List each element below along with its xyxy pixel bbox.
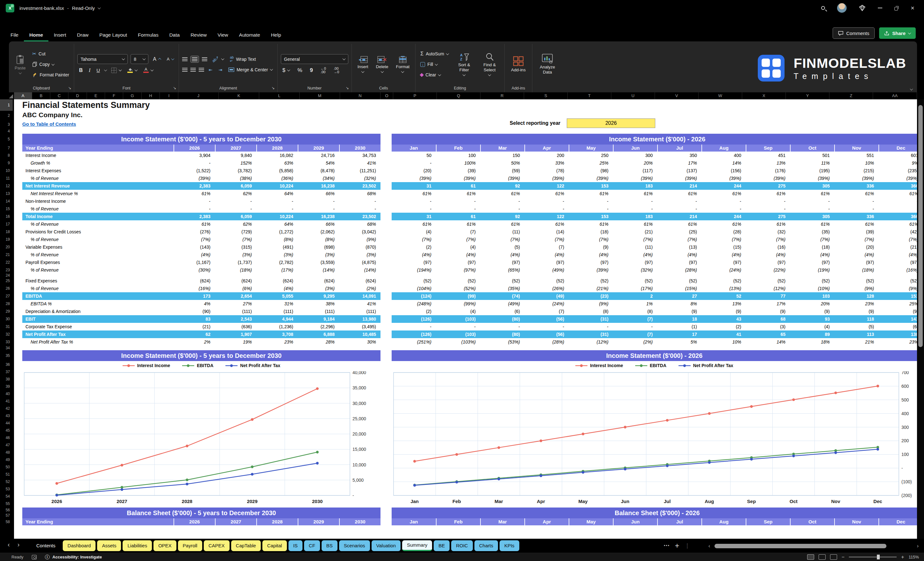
cell[interactable]: 173 [174,292,215,300]
row-header-33[interactable]: 33 [0,338,13,346]
cell[interactable]: (636) [215,323,256,330]
font-dialog-launcher-icon[interactable]: ↘ [173,86,176,90]
cell[interactable]: Aug [702,518,746,525]
cell[interactable]: - [657,205,702,213]
row-header-2[interactable]: 2 [0,111,13,120]
cell[interactable]: 27% [215,300,256,308]
row-label[interactable]: % of Revenue [22,220,174,228]
cell[interactable]: 41% [339,159,381,167]
cell[interactable]: - [215,205,256,213]
row-label[interactable]: Net Profit After Tax % [22,338,174,346]
cell[interactable]: (251%) [392,338,436,346]
cell[interactable]: (35) [790,228,834,236]
cell[interactable]: - [436,205,480,213]
cell[interactable]: 14% [746,338,790,346]
column-header-V[interactable]: V [655,92,699,99]
cell[interactable]: 100% [436,159,480,167]
horizontal-scrollbar[interactable]: ‹ › [708,543,919,549]
cell[interactable]: (39) [834,228,879,236]
cell[interactable]: 305 [790,182,834,190]
column-header-U[interactable]: U [611,92,655,99]
cell[interactable]: (17%) [256,266,298,274]
row-header-16[interactable]: 16 [0,213,13,220]
cell[interactable]: 200 [524,152,568,159]
font-name-select[interactable]: Tahoma [77,54,128,64]
cell[interactable]: - [879,197,917,205]
cell[interactable]: (18%) [215,266,256,274]
cell[interactable]: 61% [746,220,790,228]
row-header-48[interactable]: 48 [0,449,13,456]
cell[interactable]: 93 [790,315,834,323]
cell[interactable]: 2026 [174,144,215,152]
column-header-L[interactable]: L [259,92,300,99]
column-header-X[interactable]: X [742,92,786,99]
copy-button[interactable]: Copy [31,60,71,69]
sheet-tab-captable[interactable]: CapTable [231,540,261,551]
row-label[interactable]: EBITDA % [22,300,174,308]
cell[interactable]: 350 [657,152,702,159]
cell[interactable]: - [480,197,524,205]
align-left-icon[interactable] [182,68,188,72]
row-header-46[interactable]: 46 [0,434,13,442]
row-header-39[interactable]: 39 [0,383,13,390]
cell[interactable]: (5) [834,323,879,330]
cell[interactable]: (18) [790,243,834,251]
cell[interactable]: 52 [702,292,746,300]
row-label[interactable]: % of Revenue [22,285,174,292]
cell[interactable]: (30%) [174,266,215,274]
cell[interactable]: (4%) [746,251,790,258]
row-header-26[interactable]: 26 [0,285,13,292]
cell[interactable]: (14%) [298,266,339,274]
cell[interactable]: - [436,197,480,205]
cell[interactable]: (104%) [392,285,436,292]
cell[interactable]: (26%) [524,285,568,292]
cell[interactable]: 6,059 [215,213,256,220]
sheet-tab-bs[interactable]: BS [322,540,338,551]
cell[interactable]: - [174,197,215,205]
cell[interactable]: 11% [790,159,834,167]
worksheet[interactable]: Financial Statements Summary ABC Company… [14,99,917,539]
cell[interactable]: (7) [613,330,657,338]
cell[interactable]: (17%) [613,285,657,292]
column-header-T[interactable]: T [568,92,611,99]
cell[interactable]: 77 [746,292,790,300]
cell[interactable]: (103%) [436,338,480,346]
cell[interactable]: 244 [702,213,746,220]
column-header-G[interactable]: G [123,92,142,99]
cell[interactable]: - [174,205,215,213]
cell[interactable]: 8% [657,300,702,308]
row-header-30[interactable]: 30 [0,315,13,323]
cell[interactable]: 20% [613,159,657,167]
row-header-57[interactable]: 57 [0,513,13,518]
column-header-Q[interactable]: Q [437,92,480,99]
sheet-tab-opex[interactable]: OPEX [153,540,176,551]
vertical-scrollbar[interactable] [917,99,924,539]
cell[interactable]: Aug [702,144,746,152]
share-button[interactable]: Share [879,27,916,39]
cell[interactable]: Jan [392,144,436,152]
cell[interactable]: (39%) [174,174,215,182]
cell[interactable]: (7) [524,308,568,315]
cell[interactable]: (6) [480,308,524,315]
insert-cells-button[interactable]: Insert [355,56,371,74]
cell[interactable]: 3,708 [256,330,298,338]
cell[interactable]: (97) [879,258,917,266]
row-label[interactable]: Net Profit After Tax [22,330,174,338]
cell[interactable]: (39%) [702,174,746,182]
close-button[interactable]: × [910,5,915,11]
cell[interactable]: 122 [524,213,568,220]
page-layout-view-button[interactable] [819,554,826,560]
cell[interactable]: (21%) [568,285,613,292]
row-label[interactable]: Growth % [22,159,174,167]
row-header-14[interactable]: 14 [0,197,13,205]
cell[interactable]: (15%) [657,285,702,292]
page-break-view-button[interactable] [830,554,837,560]
cell[interactable]: 400 [702,152,746,159]
row-header-37[interactable]: 37 [0,368,13,376]
row-header-17[interactable]: 17 [0,220,13,228]
cell[interactable]: 4% [174,300,215,308]
cell[interactable]: - [568,197,613,205]
column-header-A[interactable]: A [14,92,32,99]
cell[interactable]: 21% [834,338,879,346]
cell[interactable]: (56) [524,315,568,323]
